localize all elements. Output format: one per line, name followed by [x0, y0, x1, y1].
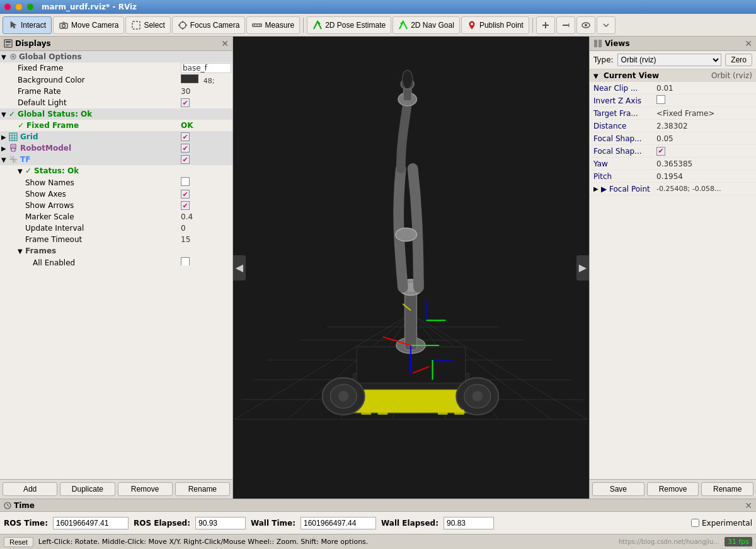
cv-row-focal-point[interactable]: ▶ ▶ Focal Point -0.25408; -0.058... — [590, 183, 756, 195]
frame-rate-value[interactable]: 30 — [181, 87, 231, 96]
tree-item-show-axes[interactable]: Show Axes ✔ — [0, 188, 232, 200]
focal-shape-enabled-value[interactable]: ✔ — [656, 146, 752, 156]
tree-item-global-options[interactable]: ▼ Global Options — [0, 51, 232, 62]
all-enabled-checkbox[interactable] — [181, 257, 190, 265]
tree-item-frame-timeout[interactable]: Frame Timeout 15 — [0, 234, 232, 245]
select-button[interactable]: Select — [125, 16, 170, 34]
cv-row-yaw[interactable]: Yaw 0.365385 — [590, 158, 756, 170]
cv-row-focal-shape-enabled[interactable]: Focal Shap... ✔ — [590, 145, 756, 158]
tree-item-frames[interactable]: ▼ Frames — [0, 245, 232, 257]
experimental-option[interactable]: Experimental — [691, 519, 752, 528]
publish-point-button[interactable]: Publish Point — [461, 16, 529, 34]
expand-grid[interactable]: ▶ — [1, 134, 8, 141]
target-frame-value[interactable]: <Fixed Frame> — [656, 109, 752, 118]
wall-elapsed-input[interactable] — [444, 517, 494, 529]
rename-view-button[interactable]: Rename — [701, 482, 753, 496]
cv-row-invert-z[interactable]: Invert Z Axis — [590, 95, 756, 107]
tree-item-frame-rate[interactable]: Frame Rate 30 — [0, 86, 232, 97]
cv-row-target-frame[interactable]: Target Fra... <Fixed Frame> — [590, 107, 756, 120]
invert-z-checkbox[interactable] — [656, 95, 665, 104]
tree-item-tf-status[interactable]: ▼ ✓ Status: Ok — [0, 165, 232, 176]
remove-view-button[interactable]: Remove — [647, 482, 699, 496]
time-close-icon[interactable]: ✕ — [745, 500, 752, 511]
interact-button[interactable]: Interact — [3, 16, 52, 34]
eye-toolbar-button[interactable] — [576, 16, 595, 34]
tree-item-bg-color[interactable]: Background Color 48; — [0, 74, 232, 86]
focal-shape-size-value[interactable]: 0.05 — [656, 134, 752, 143]
views-zero-button[interactable]: Zero — [725, 54, 752, 66]
nav-goal-button[interactable]: 2D Nav Goal — [392, 16, 460, 34]
viewport-nav-left[interactable]: ◀ — [233, 255, 246, 280]
add-display-button[interactable]: Add — [3, 482, 57, 496]
cv-row-pitch[interactable]: Pitch 0.1954 — [590, 170, 756, 183]
wall-time-input[interactable] — [301, 517, 376, 529]
tree-item-grid[interactable]: ▶ Grid ✔ — [0, 131, 232, 142]
measure-button[interactable]: Measure — [246, 16, 300, 34]
expand-tf[interactable]: ▼ — [1, 156, 8, 163]
ros-time-input[interactable] — [53, 517, 129, 529]
add-toolbar-button[interactable] — [536, 16, 555, 34]
close-button[interactable] — [4, 3, 11, 11]
views-close-icon[interactable]: ✕ — [745, 38, 752, 49]
default-light-cb[interactable]: ✔ — [181, 98, 231, 108]
displays-tree[interactable]: ▼ Global Options Fixed Frame base_f Back… — [0, 51, 232, 265]
tree-item-show-names[interactable]: Show Names — [0, 176, 232, 188]
tree-item-global-status[interactable]: ▼ ✓ Global Status: Ok — [0, 108, 232, 120]
cv-row-focal-shape-size[interactable]: Focal Shap... 0.05 — [590, 132, 756, 145]
tree-item-show-arrows[interactable]: Show Arrows ✔ — [0, 200, 232, 211]
cv-row-distance[interactable]: Distance 2.38302 — [590, 120, 756, 132]
invert-z-value[interactable] — [656, 95, 752, 106]
reset-button[interactable]: Reset — [4, 537, 33, 547]
experimental-checkbox[interactable] — [691, 519, 699, 527]
views-type-select[interactable]: Orbit (rviz) FPS (rviz) ThirdPersonFollo… — [617, 54, 722, 66]
bg-color-swatch[interactable] — [181, 74, 198, 83]
duplicate-display-button[interactable]: Duplicate — [60, 482, 115, 496]
pitch-value[interactable]: 0.1954 — [656, 172, 752, 181]
tree-item-tf[interactable]: ▼ TF ✔ — [0, 154, 232, 165]
marker-scale-value[interactable]: 0.4 — [181, 212, 231, 221]
minus-toolbar-button[interactable] — [556, 16, 575, 34]
maximize-button[interactable] — [26, 3, 34, 11]
show-axes-checkbox[interactable]: ✔ — [181, 190, 190, 199]
expand-robotmodel[interactable]: ▶ — [1, 145, 8, 152]
update-interval-value[interactable]: 0 — [181, 224, 231, 233]
viewport-nav-right[interactable]: ▶ — [576, 255, 589, 280]
focal-shape-checkbox[interactable]: ✔ — [656, 147, 665, 156]
grid-checkbox[interactable]: ✔ — [181, 132, 190, 141]
minimize-button[interactable] — [15, 3, 23, 11]
focal-point-value[interactable]: -0.25408; -0.058... — [656, 185, 752, 193]
yaw-value[interactable]: 0.365385 — [656, 159, 752, 168]
pose-estimate-button[interactable]: 2D Pose Estimate — [307, 16, 391, 34]
save-view-button[interactable]: Save — [592, 482, 644, 496]
options-toolbar-button[interactable] — [597, 16, 616, 34]
rename-display-button[interactable]: Rename — [175, 482, 230, 496]
ros-elapsed-input[interactable] — [195, 517, 246, 529]
tree-item-ff-status[interactable]: ✓ Fixed Frame OK — [0, 120, 232, 131]
focus-camera-button[interactable]: Focus Camera — [172, 16, 246, 34]
tree-item-all-enabled[interactable]: All Enabled — [0, 257, 232, 265]
tree-item-default-light[interactable]: Default Light ✔ — [0, 97, 232, 108]
3d-viewport[interactable]: ◀ ▶ — [233, 37, 589, 499]
expand-global-status[interactable]: ▼ — [1, 111, 8, 118]
expand-global-options[interactable]: ▼ — [1, 54, 8, 61]
expand-focal-point[interactable]: ▶ — [593, 185, 601, 192]
tree-item-robotmodel[interactable]: ▶ RobotModel ✔ — [0, 142, 232, 154]
expand-current-view[interactable]: ▼ — [593, 72, 601, 79]
displays-close-icon[interactable]: ✕ — [221, 38, 229, 49]
tree-item-marker-scale[interactable]: Marker Scale 0.4 — [0, 211, 232, 222]
remove-display-button[interactable]: Remove — [118, 482, 173, 496]
near-clip-value[interactable]: 0.01 — [656, 84, 752, 93]
fixed-frame-value[interactable]: base_f — [181, 63, 231, 73]
show-arrows-checkbox[interactable]: ✔ — [181, 201, 190, 210]
bg-color-value[interactable]: 48; — [181, 74, 231, 85]
tree-item-fixed-frame[interactable]: Fixed Frame base_f — [0, 62, 232, 74]
move-camera-button[interactable]: Move Camera — [53, 16, 124, 34]
tree-item-update-interval[interactable]: Update Interval 0 — [0, 222, 232, 234]
robotmodel-checkbox[interactable]: ✔ — [181, 144, 190, 153]
tf-checkbox[interactable]: ✔ — [181, 155, 190, 164]
frame-timeout-value[interactable]: 15 — [181, 235, 231, 244]
distance-value[interactable]: 2.38302 — [656, 122, 752, 130]
show-names-checkbox[interactable] — [181, 177, 190, 186]
cv-row-near-clip[interactable]: Near Clip ... 0.01 — [590, 82, 756, 95]
default-light-checkbox[interactable]: ✔ — [181, 98, 190, 107]
